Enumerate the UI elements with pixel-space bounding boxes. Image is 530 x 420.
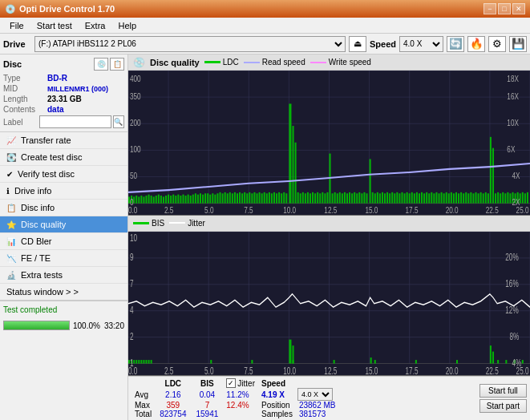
svg-rect-73 [246,193,248,203]
sidebar-item-cd-bler[interactable]: 📊 CD Bler [0,233,127,250]
svg-rect-228 [148,360,150,363]
svg-rect-236 [370,357,372,363]
svg-rect-226 [143,360,144,363]
svg-rect-136 [416,192,418,204]
svg-rect-65 [227,193,229,203]
start-part-button[interactable]: Start part [479,399,527,413]
svg-rect-137 [419,193,420,203]
svg-rect-132 [407,192,408,204]
speed-select[interactable]: 4.0 X [399,36,443,52]
svg-rect-102 [326,192,328,204]
sidebar-item-transfer-rate[interactable]: 📈 Transfer rate [0,132,127,149]
disc-quality-icon: ⭐ [6,220,16,229]
svg-rect-111 [351,193,353,203]
total-bis: 15941 [192,410,224,418]
sidebar-item-disc-info[interactable]: 📋 Disc info [0,200,127,216]
svg-rect-106 [339,192,341,204]
svg-rect-75 [251,193,253,203]
close-button[interactable]: ✕ [512,3,525,14]
svg-rect-145 [438,193,439,203]
svg-rect-151 [453,193,455,203]
svg-text:2: 2 [130,331,134,341]
svg-rect-239 [456,360,458,363]
svg-rect-25 [145,196,147,204]
extra-tests-icon: 🔬 [6,271,16,280]
svg-rect-160 [475,192,476,204]
svg-rect-67 [232,193,233,203]
label-btn[interactable]: 🔍 [113,115,124,128]
svg-text:10: 10 [130,232,137,243]
bis-header: BIS [192,378,224,388]
menu-file[interactable]: File [3,19,30,32]
svg-rect-33 [165,196,167,204]
svg-text:7: 7 [130,278,134,289]
legend-read-speed: Read speed [244,58,305,67]
start-full-button[interactable]: Start full [479,384,527,398]
create-test-disc-icon: 💽 [6,153,16,162]
svg-rect-165 [488,193,489,203]
sidebar-item-drive-info[interactable]: ℹ Drive info [0,183,127,200]
svg-rect-61 [216,193,218,203]
speed-select-stats[interactable]: 4.0 X [297,388,333,401]
menu-help[interactable]: Help [111,19,143,32]
contents-label: Contents [3,105,47,114]
svg-rect-123 [384,193,386,203]
total-ldc: 823754 [155,410,191,418]
status-window-button[interactable]: Status window > > [0,284,127,301]
svg-rect-82 [269,192,270,204]
svg-rect-242 [497,360,499,363]
svg-text:350: 350 [130,91,141,102]
menu-extra[interactable]: Extra [79,19,112,32]
disc-section: Disc 💿 📋 Type BD-R MID MILLENMR1 (000) L… [0,55,127,132]
disc-icon-btn-2[interactable]: 📋 [110,58,124,71]
sidebar-item-create-test-disc[interactable]: 💽 Create test disc [0,149,127,166]
disc-icon-btn-1[interactable]: 💿 [94,58,108,71]
drive-select[interactable]: (F:) ATAPI iHBS112 2 PL06 [34,36,346,52]
maximize-button[interactable]: □ [498,3,511,14]
svg-rect-122 [382,192,383,204]
svg-rect-125 [389,193,390,203]
svg-text:15.0: 15.0 [365,205,378,215]
svg-rect-167 [497,192,499,204]
svg-rect-49 [204,193,206,203]
eject-button[interactable]: ⏏ [349,36,366,52]
disc-section-title: Disc [3,59,22,69]
sidebar-item-extra-tests[interactable]: 🔬 Extra tests [0,267,127,284]
sidebar-item-verify-test-disc[interactable]: ✔ Verify test disc [0,166,127,183]
sidebar-item-disc-quality[interactable]: ⭐ Disc quality [0,216,127,233]
settings-button[interactable]: ⚙ [488,36,506,52]
avg-jitter: 11.2% [223,388,258,401]
svg-rect-238 [415,360,417,363]
svg-text:10.0: 10.0 [283,365,296,375]
menu-start-test[interactable]: Start test [30,19,79,32]
label-label: Label [3,118,38,127]
svg-rect-84 [273,192,275,204]
sidebar-item-fe-te[interactable]: 📉 FE / TE [0,250,127,267]
svg-text:20.0: 20.0 [446,365,459,375]
svg-rect-177 [522,192,524,204]
svg-rect-58 [209,195,211,204]
verify-test-disc-icon: ✔ [6,170,13,179]
svg-rect-146 [441,192,443,204]
svg-rect-234 [292,360,293,363]
svg-rect-86 [278,192,280,204]
svg-text:20%: 20% [505,252,518,262]
minimize-button[interactable]: − [483,3,496,14]
progress-bar-container [3,321,70,330]
label-input[interactable] [39,115,111,128]
svg-text:200: 200 [130,118,141,128]
svg-rect-76 [253,192,255,204]
svg-rect-57 [207,193,208,203]
progress-bar-fill [4,321,69,329]
legend-write-speed: Write speed [310,58,371,67]
save-button[interactable]: 💾 [509,36,527,52]
svg-text:16X: 16X [507,91,519,102]
burn-button[interactable]: 🔥 [467,36,485,52]
jitter-checkbox[interactable]: ✓ [226,378,236,388]
svg-rect-107 [342,193,343,203]
svg-text:22.5: 22.5 [486,365,499,375]
svg-rect-59 [212,193,213,203]
svg-rect-66 [229,192,231,204]
transfer-rate-icon: 📈 [6,136,16,145]
refresh-button[interactable]: 🔄 [447,36,464,52]
